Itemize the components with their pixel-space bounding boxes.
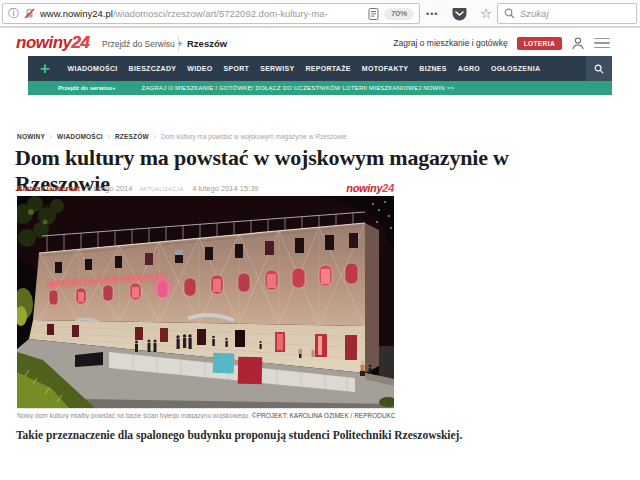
nav-item[interactable]: BIESZCZADY [123,65,182,72]
nav-spacer [546,56,586,81]
nav-items: WIADOMOŚCIBIESZCZADYWIDEOSPORTSERWISYREP… [62,56,546,81]
nav-item[interactable]: WIDEO [182,65,218,72]
hamburger-menu-icon[interactable] [594,38,610,49]
publish-date: 5 lutego 2014 [87,184,132,193]
search-icon [594,64,604,74]
bookmark-star-icon[interactable]: ☆ [480,7,492,20]
header-divider [178,36,179,51]
byline: Bartosz Gubernat 5 lutego 2014 AKTUALIZA… [17,181,394,193]
url-bar[interactable]: ⓘ www.nowiny24.pl/wiadomosci/rzeszow/art… [2,3,420,24]
breadcrumb-news[interactable]: WIADOMOŚCI [57,133,103,140]
breadcrumb: NOWINY › WIADOMOŚCI › RZESZÓW › Dom kult… [17,133,347,140]
nav-item[interactable]: AGRO [452,65,485,72]
building-rendering: CENTRUM KULTURY DZIECIĘCEJ CENTRUM KULTU… [17,196,394,408]
nav-item[interactable]: OGŁOSZENIA [485,65,545,72]
loteria-button[interactable]: LOTERIA [517,37,562,50]
nav-plus-button[interactable]: + [28,56,62,81]
nav-item[interactable]: SERWISY [255,65,300,72]
nav-item[interactable]: WIADOMOŚCI [62,65,123,72]
chevron-right-icon: › [108,133,110,140]
site-info-icon[interactable]: ⓘ [8,8,19,19]
breadcrumb-city[interactable]: RZESZÓW [115,133,149,140]
breadcrumb-home[interactable]: NOWINY [17,133,45,140]
update-date: 4 lutego 2014 15:39 [192,184,258,193]
browser-search-box[interactable] [497,3,637,24]
promo-bar-left-label[interactable]: Przejdź do serwisu+ [58,85,116,91]
url-text[interactable]: www.nowiny24.pl/wiadomosci/rzeszow/art/5… [40,8,363,19]
author-link[interactable]: Bartosz Gubernat [17,184,80,193]
red-panel [238,357,262,384]
promo-bar[interactable]: Przejdź do serwisu+ ZAGRAJ O MIESZKANIE … [28,81,612,95]
article-lead: Takie przeznaczenie dla spalonego budynk… [16,429,611,441]
goto-service-link[interactable]: Przejdź do Serwisu + [102,39,182,49]
nav-search-button[interactable] [586,56,612,81]
update-label: AKTUALIZACJA: [139,186,185,192]
url-fade [337,8,363,19]
pocket-icon[interactable] [452,7,467,21]
header-promo-link[interactable]: Zagraj o mieszkanie i gotówkę [393,38,507,48]
nav-item[interactable]: MOTOFAKTY [356,65,414,72]
zoom-level-badge[interactable]: 70% [384,8,414,20]
toolbar-buttons: ••• ☆ [426,3,492,24]
header-right: Zagraj o mieszkanie i gotówkę LOTERIA [393,30,610,56]
site-header: nowiny24 Przejdź do Serwisu + Rzeszów Za… [0,30,640,56]
browser-window: ⓘ www.nowiny24.pl/wiadomosci/rzeszow/art… [0,0,640,480]
article-image[interactable]: CENTRUM KULTURY DZIECIĘCEJ CENTRUM KULTU… [17,196,394,409]
user-account-icon[interactable] [571,36,585,50]
promo-bar-text[interactable]: ZAGRAJ O MIESZKANIE I GOTÓWKĘ! DOŁĄCZ DO… [142,85,455,91]
nav-item[interactable]: SPORT [218,65,255,72]
nav-item[interactable]: BIZNES [414,65,452,72]
byline-brand-logo: nowiny24 [346,182,394,194]
main-nav: + WIADOMOŚCIBIESZCZADYWIDEOSPORTSERWISYR… [28,56,612,81]
browser-toolbar: ⓘ www.nowiny24.pl/wiadomosci/rzeszow/art… [0,0,640,28]
window-glow [154,279,172,297]
chevron-right-icon: › [50,133,52,140]
nav-item[interactable]: REPORTAŻE [300,65,356,72]
site-logo[interactable]: nowiny24 [16,33,89,53]
page-actions-icon[interactable]: ••• [426,9,438,19]
search-icon [504,8,515,19]
city-selector[interactable]: Rzeszów [187,38,227,49]
chevron-right-icon: › [154,133,156,140]
image-caption: Nowy dom kultury miałby powstać na bazie… [17,412,395,419]
insecure-lock-icon[interactable] [24,8,35,19]
image-credit: ©PROJEKT: KAROLINA OZIMEK / REPRODUKCJA:… [252,412,395,419]
browser-search-input[interactable] [520,8,630,19]
reader-mode-icon[interactable] [368,8,379,20]
breadcrumb-current: Dom kultury ma powstać w wojskowym magaz… [161,133,347,140]
teal-panel [213,353,235,374]
